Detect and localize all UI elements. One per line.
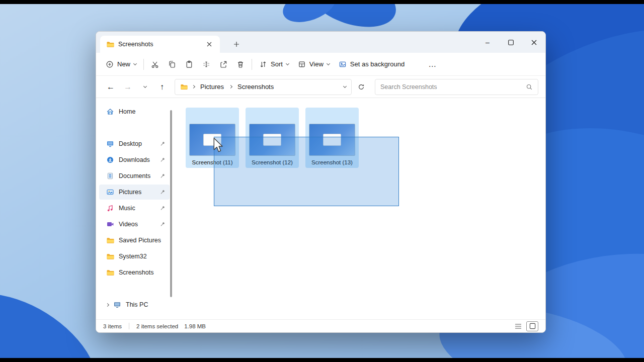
folder-icon	[106, 252, 114, 260]
file-list-area[interactable]: Screenshot (11) Screenshot (12) Screensh…	[173, 98, 545, 319]
minimize-button[interactable]: –	[476, 32, 499, 53]
refresh-button[interactable]	[354, 79, 369, 95]
sidebar-item-label: This PC	[126, 301, 148, 308]
tab-close-icon[interactable]	[203, 38, 216, 51]
folder-icon	[180, 83, 188, 90]
back-icon: ←	[107, 82, 115, 92]
sidebar-item-label: Saved Pictures	[119, 237, 161, 244]
refresh-icon	[358, 83, 365, 90]
sidebar-item-label: Desktop	[119, 140, 142, 147]
sidebar-item-music[interactable]: Music	[99, 201, 170, 216]
sidebar-item-pictures[interactable]: Pictures	[99, 185, 170, 200]
sidebar-item-system32[interactable]: System32	[99, 249, 170, 264]
new-button-label: New	[117, 60, 130, 68]
selection-count: 2 items selected	[136, 323, 178, 329]
sidebar-item-label: Documents	[119, 172, 150, 179]
more-icon: …	[428, 60, 436, 69]
pin-icon	[159, 157, 166, 163]
details-view-button[interactable]	[512, 321, 524, 331]
forward-button[interactable]: →	[120, 79, 135, 95]
maximize-button[interactable]	[499, 32, 522, 53]
selection-rubber-band	[214, 137, 399, 206]
recent-locations-button[interactable]	[137, 79, 152, 95]
sidebar-item-saved-pictures[interactable]: Saved Pictures	[99, 233, 170, 248]
large-icons-view-button[interactable]	[526, 321, 538, 331]
image-icon	[339, 60, 347, 68]
sidebar-item-desktop[interactable]: Desktop	[99, 136, 170, 151]
new-button[interactable]: New	[101, 56, 141, 73]
mouse-cursor	[212, 138, 225, 155]
sidebar-item-videos[interactable]: Videos	[99, 217, 170, 232]
address-bar: ← → ↑ Pictures Screenshots	[96, 76, 545, 98]
expand-chevron-icon[interactable]	[106, 303, 109, 306]
breadcrumb-chevron-icon	[192, 85, 195, 88]
chevron-down-icon	[286, 61, 289, 65]
sidebar-item-label: Downloads	[119, 156, 150, 163]
view-button[interactable]: View	[293, 56, 334, 73]
sidebar-item-label: Music	[119, 205, 135, 212]
tab-title: Screenshots	[118, 41, 199, 48]
sort-icon	[259, 60, 267, 68]
back-button[interactable]: ←	[103, 79, 118, 95]
breadcrumb-screenshots[interactable]: Screenshots	[236, 82, 275, 92]
breadcrumb[interactable]: Pictures Screenshots	[175, 79, 352, 95]
copy-icon	[168, 60, 176, 68]
maximize-icon	[508, 40, 514, 45]
cut-button[interactable]	[146, 56, 164, 73]
sidebar-scrollbar[interactable]	[170, 110, 172, 297]
sidebar-item-home[interactable]: Home	[99, 104, 170, 119]
pin-icon	[159, 173, 166, 179]
address-dropdown-icon[interactable]	[343, 84, 347, 87]
set-as-background-label: Set as background	[350, 60, 405, 68]
breadcrumb-chevron-icon	[229, 85, 232, 88]
search-icon[interactable]	[526, 83, 533, 90]
pin-icon	[159, 189, 166, 195]
status-divider	[129, 323, 129, 329]
details-view-icon	[515, 323, 522, 329]
pin-icon	[159, 141, 166, 147]
home-icon	[106, 108, 114, 116]
new-tab-button[interactable]	[230, 38, 243, 51]
item-count: 3 items	[103, 323, 122, 329]
sidebar-item-this-pc[interactable]: This PC	[99, 297, 170, 312]
more-options-button[interactable]: …	[422, 56, 442, 73]
tab-bar: Screenshots –	[96, 32, 545, 53]
explorer-tab[interactable]: Screenshots	[100, 36, 220, 53]
close-icon	[531, 40, 537, 45]
pin-icon	[159, 221, 166, 227]
sidebar-item-screenshots[interactable]: Screenshots	[99, 265, 170, 280]
window-controls: –	[476, 32, 545, 53]
selection-size: 1.98 MB	[184, 323, 206, 329]
chevron-down-icon	[143, 84, 146, 87]
toolbar: New	[96, 53, 545, 76]
set-as-background-button[interactable]: Set as background	[334, 56, 409, 73]
view-button-label: View	[309, 60, 324, 68]
pictures-icon	[106, 188, 114, 196]
sidebar-item-documents[interactable]: Documents	[99, 168, 170, 184]
folder-icon	[106, 236, 114, 244]
search-box	[375, 79, 538, 95]
copy-button[interactable]	[164, 56, 181, 73]
rename-icon	[202, 60, 210, 68]
sidebar-item-downloads[interactable]: Downloads	[99, 152, 170, 167]
delete-button[interactable]	[232, 56, 249, 73]
folder-icon	[106, 268, 114, 277]
delete-icon	[236, 60, 245, 68]
breadcrumb-pictures[interactable]: Pictures	[199, 82, 225, 92]
up-button[interactable]: ↑	[154, 79, 170, 95]
rename-button[interactable]	[198, 56, 215, 73]
share-button[interactable]	[215, 56, 232, 73]
search-input[interactable]	[380, 83, 526, 90]
sidebar: Home Desktop Downloads	[96, 98, 173, 319]
chevron-down-icon	[327, 61, 330, 65]
sidebar-item-label: Screenshots	[119, 269, 153, 276]
paste-icon	[185, 60, 193, 68]
paste-button[interactable]	[181, 56, 198, 73]
new-plus-icon	[106, 60, 114, 68]
up-icon: ↑	[160, 82, 164, 92]
sort-button[interactable]: Sort	[255, 56, 293, 73]
close-button[interactable]	[522, 32, 545, 53]
desktop-icon	[106, 140, 114, 148]
view-icon	[298, 60, 306, 68]
chevron-down-icon	[133, 61, 137, 65]
